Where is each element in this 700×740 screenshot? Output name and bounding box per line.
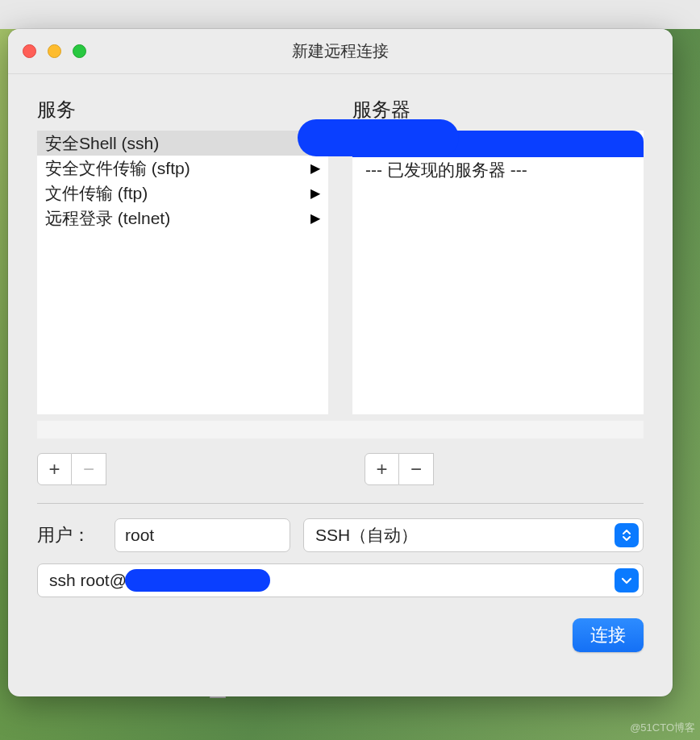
server-discovered-divider: --- 已发现的服务器 ---: [352, 157, 644, 182]
add-service-button[interactable]: +: [37, 453, 72, 485]
plus-icon: +: [48, 459, 60, 479]
connect-button[interactable]: 连接: [573, 618, 644, 652]
plus-icon: +: [376, 459, 387, 479]
connect-label: 连接: [590, 625, 626, 645]
minus-icon: −: [410, 459, 422, 479]
redaction-mask: [298, 119, 459, 156]
chevron-down-icon: [615, 568, 639, 592]
watermark: @51CTO博客: [630, 721, 695, 735]
redaction-mask: [125, 569, 270, 592]
chevron-right-icon: ▶: [310, 206, 320, 231]
service-item-ssh[interactable]: 安全Shell (ssh): [37, 131, 328, 156]
add-server-button[interactable]: +: [365, 453, 399, 485]
chevron-right-icon: ▶: [310, 181, 320, 206]
discovered-label: --- 已发现的服务器 ---: [365, 157, 527, 182]
list-item-label: 远程登录 (telnet): [45, 206, 170, 231]
user-input[interactable]: [115, 518, 290, 552]
service-item-ftp[interactable]: 文件传输 (ftp) ▶: [37, 181, 328, 206]
servers-list[interactable]: --- 已发现的服务器 ---: [352, 131, 644, 414]
protocol-value: SSH（自动）: [315, 524, 418, 547]
command-field[interactable]: ssh root@: [37, 563, 644, 597]
server-item-selected[interactable]: [352, 131, 644, 157]
minus-icon: −: [83, 459, 94, 479]
list-item-label: 安全Shell (ssh): [45, 131, 159, 156]
list-item-label: 安全文件传输 (sftp): [45, 156, 190, 181]
list-footer-gutter: [37, 421, 644, 439]
user-label: 用户：: [37, 523, 102, 547]
remove-server-button[interactable]: −: [399, 453, 434, 485]
service-item-telnet[interactable]: 远程登录 (telnet) ▶: [37, 206, 328, 231]
servers-panel: 服务器 --- 已发现的服务器 ---: [352, 97, 644, 414]
list-item-label: 文件传输 (ftp): [45, 181, 148, 206]
services-panel: 服务 安全Shell (ssh) 安全文件传输 (sftp) ▶ 文件传输 (f…: [37, 97, 328, 414]
updown-icon: [615, 523, 639, 547]
services-header: 服务: [37, 97, 328, 123]
remove-service-button[interactable]: −: [72, 453, 106, 485]
dialog-window: 新建远程连接 服务 安全Shell (ssh) 安全文件传输 (sftp) ▶ …: [8, 29, 673, 696]
protocol-select[interactable]: SSH（自动）: [303, 518, 644, 552]
divider: [37, 503, 644, 504]
service-item-sftp[interactable]: 安全文件传输 (sftp) ▶: [37, 156, 328, 181]
chevron-right-icon: ▶: [310, 156, 320, 181]
services-list[interactable]: 安全Shell (ssh) 安全文件传输 (sftp) ▶ 文件传输 (ftp)…: [37, 131, 328, 414]
titlebar: 新建远程连接: [8, 29, 673, 74]
dialog-title: 新建远程连接: [8, 40, 673, 62]
command-prefix: ssh root@: [49, 571, 127, 590]
